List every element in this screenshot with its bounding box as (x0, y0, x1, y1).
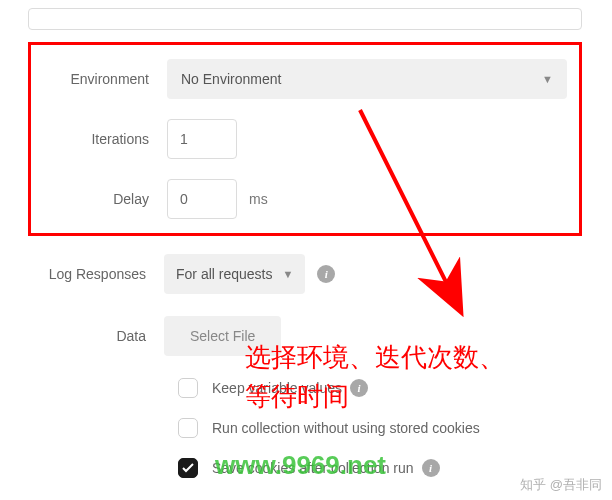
environment-value: No Environment (181, 71, 281, 87)
iterations-label: Iterations (37, 131, 167, 147)
info-icon[interactable]: i (422, 459, 440, 477)
delay-input[interactable] (167, 179, 237, 219)
delay-label: Delay (37, 191, 167, 207)
delay-unit: ms (249, 191, 268, 207)
iterations-input[interactable] (167, 119, 237, 159)
no-cookies-label: Run collection without using stored cook… (212, 420, 480, 436)
keep-vars-checkbox[interactable] (178, 378, 198, 398)
log-responses-dropdown[interactable]: For all requests ▼ (164, 254, 305, 294)
log-responses-label: Log Responses (34, 266, 164, 282)
top-empty-input[interactable] (28, 8, 582, 30)
environment-dropdown[interactable]: No Environment ▼ (167, 59, 567, 99)
no-cookies-checkbox[interactable] (178, 418, 198, 438)
log-responses-value: For all requests (176, 266, 272, 282)
watermark-author: 知乎 @吾非同 (520, 476, 602, 494)
save-cookies-checkbox[interactable] (178, 458, 198, 478)
highlight-box: Environment No Environment ▼ Iterations … (28, 42, 582, 236)
environment-label: Environment (37, 71, 167, 87)
data-label: Data (34, 328, 164, 344)
save-cookies-label: Save cookies after collection run (212, 460, 414, 476)
keep-vars-label: Keep variable values (212, 380, 342, 396)
caret-down-icon: ▼ (542, 73, 553, 85)
select-file-button[interactable]: Select File (164, 316, 281, 356)
info-icon[interactable]: i (317, 265, 335, 283)
info-icon[interactable]: i (350, 379, 368, 397)
caret-down-icon: ▼ (282, 268, 293, 280)
